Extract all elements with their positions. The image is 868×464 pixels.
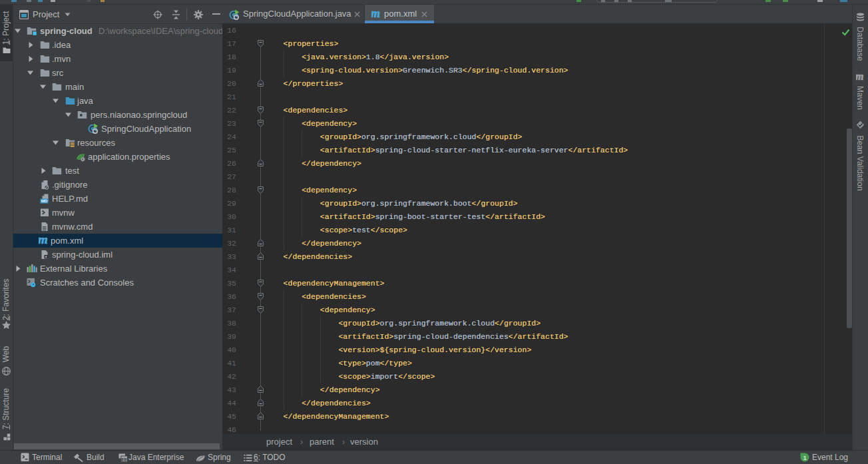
svg-text:m: m	[371, 9, 380, 20]
svg-text:MD: MD	[41, 198, 48, 203]
svg-text:1: 1	[803, 454, 807, 461]
svg-text:m: m	[856, 73, 863, 82]
svg-text:EE: EE	[121, 457, 127, 462]
svg-text:m: m	[39, 235, 48, 246]
